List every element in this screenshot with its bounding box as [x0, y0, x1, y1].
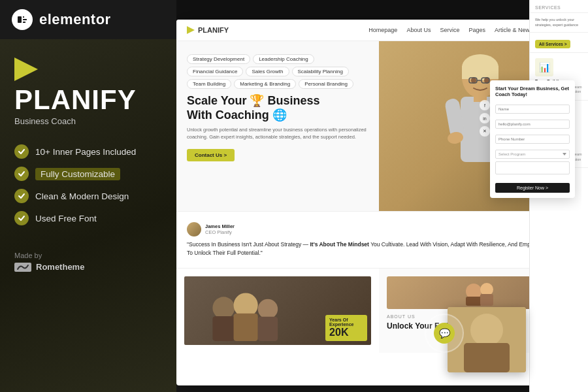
form-name-input[interactable] [495, 105, 570, 114]
quote-text: "Success In Business Isn't Just About St… [187, 240, 571, 257]
hero-title: Scale Your 🏆 Business With Coaching 🌐 [187, 94, 368, 122]
team-photo: Years Of Experience 20K [184, 276, 371, 345]
site-logo: PLANIFY [187, 26, 229, 34]
svg-rect-23 [258, 316, 278, 340]
made-by-section: Made by Rometheme [14, 245, 162, 272]
all-services-container: All Services > [530, 33, 588, 53]
form-program-select[interactable]: Select Program [495, 150, 570, 159]
elementor-label: elementor [39, 11, 111, 28]
circular-badge: 💬 [425, 314, 464, 353]
social-icons: f in ✕ [480, 100, 490, 137]
quote-bold: It's About The Mindset [310, 241, 368, 248]
svg-rect-3 [23, 22, 25, 23]
tag-financial: Financial Guidance [187, 67, 243, 76]
site-logo-arrow-icon [187, 26, 195, 34]
author-role: CEO Planify [205, 229, 235, 235]
facebook-icon[interactable]: f [480, 100, 490, 110]
about-illustration [461, 280, 500, 306]
tags-row: Strategy Development Leadership Coaching… [187, 54, 368, 89]
elementor-header: elementor [0, 0, 176, 39]
svg-rect-21 [212, 316, 235, 340]
author-avatar [187, 222, 201, 237]
form-phone-input[interactable] [495, 135, 570, 144]
feature-label-customizable: Fully Customizable [35, 168, 120, 180]
hero-subtitle: Unlock growth potential and streamline y… [187, 126, 368, 141]
feature-design: Clean & Modern Design [14, 189, 162, 203]
svg-point-18 [212, 297, 235, 319]
hero-cta-button[interactable]: Contact Us > [187, 149, 235, 161]
check-icon-customizable [14, 167, 29, 181]
svg-rect-22 [234, 313, 258, 340]
right-panel-header: SERVICES [530, 0, 588, 13]
tag-branding: Marketing & Branding [234, 79, 296, 89]
all-services-button[interactable]: All Services > [535, 40, 570, 48]
feature-customizable: Fully Customizable [14, 167, 162, 181]
quote-author: James Miller CEO Planify [187, 222, 571, 237]
instagram-icon[interactable]: in [480, 113, 490, 123]
hero-title-line1: Scale Your 🏆 Business [187, 94, 319, 107]
site-hero: Strategy Development Leadership Coaching… [176, 41, 581, 211]
nav-link-pages[interactable]: Pages [468, 27, 485, 33]
rometheme-label: Rometheme [36, 262, 84, 272]
feature-font: Used Free Font [14, 211, 162, 225]
feature-inner-pages: 10+ Inner Pages Included [14, 144, 162, 159]
made-by-label: Made by [14, 252, 162, 259]
sidebar: elementor PLANIFY Business Coach 10+ Inn… [0, 0, 176, 392]
stats-number: 20K [329, 327, 363, 338]
planify-logo-area [14, 57, 162, 81]
svg-rect-1 [23, 16, 24, 18]
form-message-textarea[interactable] [495, 161, 570, 174]
svg-point-20 [258, 299, 278, 318]
author-info: James Miller CEO Planify [205, 223, 235, 235]
planify-section: PLANIFY Business Coach 10+ Inner Pages I… [0, 39, 176, 392]
hero-content: Strategy Development Leadership Coaching… [176, 41, 379, 211]
tag-personal: Personal Branding [299, 79, 353, 89]
stats-badge: Years Of Experience 20K [325, 315, 367, 341]
services-label: SERVICES [535, 5, 583, 10]
author-name: James Miller [205, 223, 235, 229]
business-coach-label: Business Coach [14, 116, 162, 126]
svg-rect-26 [466, 297, 482, 306]
preview-container: PLANIFY Homepage About Us Service Pages … [176, 0, 588, 392]
chat-icon[interactable]: 💬 [434, 323, 455, 344]
check-icon-inner-pages [14, 144, 29, 159]
feature-label-design: Clean & Modern Design [35, 191, 129, 201]
bottom-left: Years Of Experience 20K [176, 269, 379, 353]
nav-link-home[interactable]: Homepage [368, 27, 397, 33]
team-building-icon-1: 📊 [535, 58, 553, 76]
planify-arrow-icon [14, 57, 38, 81]
svg-point-29 [470, 314, 503, 346]
rometheme-brand: Rometheme [14, 262, 162, 272]
svg-rect-0 [18, 16, 22, 23]
form-submit-button[interactable]: Register Now > [495, 183, 570, 193]
nav-link-service[interactable]: Service [440, 27, 459, 33]
planify-title: PLANIFY [14, 86, 162, 114]
tag-sales: Sales Growth [246, 67, 289, 76]
feature-label-inner-pages: 10+ Inner Pages Included [35, 147, 136, 157]
form-email-input[interactable] [495, 120, 570, 129]
svg-rect-27 [480, 294, 493, 306]
right-info-text: We help you unlock your strategies, expe… [530, 13, 588, 33]
hero-title-line2: With Coaching 🌐 [187, 108, 287, 122]
feature-label-font: Used Free Font [35, 214, 97, 223]
tag-team: Team Building [187, 79, 231, 89]
svg-rect-6 [462, 66, 498, 79]
tag-strategy: Strategy Development [187, 54, 250, 64]
rometheme-logo-icon [14, 263, 31, 272]
top-bar [176, 0, 529, 20]
nav-link-news[interactable]: Article & News [495, 27, 533, 33]
features-list: 10+ Inner Pages Included Fully Customiza… [14, 144, 162, 225]
svg-rect-2 [23, 19, 27, 20]
site-logo-text: PLANIFY [198, 26, 229, 34]
svg-rect-30 [464, 343, 510, 372]
team-illustration [188, 280, 325, 341]
elementor-logo-icon [12, 9, 33, 30]
stats-label: Years Of Experience [329, 318, 353, 327]
check-icon-font [14, 211, 29, 225]
check-icon-design [14, 189, 29, 203]
form-title: Start Your Dream Business, Get Coach Tod… [495, 86, 570, 97]
nav-link-about[interactable]: About Us [406, 27, 431, 33]
site-nav: PLANIFY Homepage About Us Service Pages … [176, 20, 581, 41]
twitter-icon[interactable]: ✕ [480, 126, 490, 137]
tag-leadership: Leadership Coaching [253, 54, 314, 64]
